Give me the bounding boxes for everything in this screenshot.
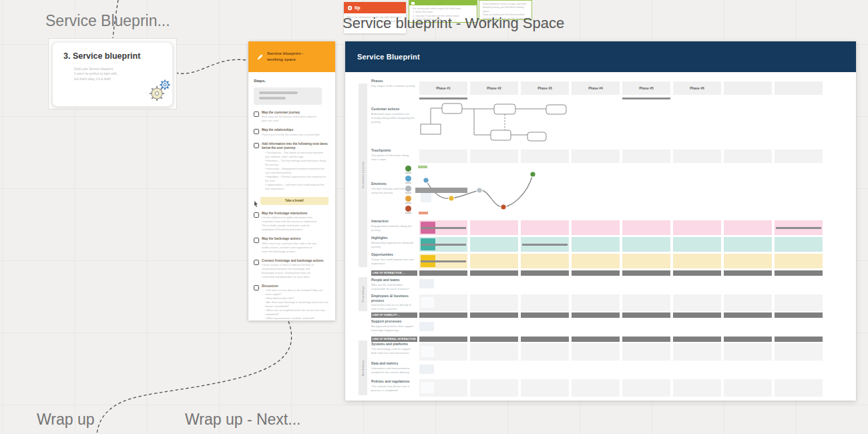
lane-cell[interactable]	[673, 379, 721, 397]
emotion-caption	[405, 192, 411, 194]
touchpoints-cell[interactable]	[521, 150, 569, 163]
row-label-desc: Who are the stakeholders responsible for…	[371, 283, 415, 291]
lane-cell[interactable]	[775, 379, 823, 397]
row-label-title: Systems and platforms	[371, 342, 415, 347]
touchpoints-cell[interactable]	[419, 150, 467, 163]
highlights-cell[interactable]	[572, 237, 620, 252]
touchpoints-cell[interactable]	[622, 150, 670, 163]
steps-card[interactable]: Service blueprint - working space Steps.…	[248, 41, 335, 320]
lane-cell[interactable]	[724, 379, 772, 397]
step-checkbox[interactable]	[254, 143, 259, 148]
row-label-title: Employees &/ business process	[371, 294, 415, 302]
lane-cell[interactable]	[521, 343, 569, 361]
phase-header-cell[interactable]: Phase #4	[572, 81, 620, 95]
interaction-cell[interactable]	[724, 220, 772, 235]
lane-cell[interactable]	[673, 294, 721, 311]
divider-bar-segment	[572, 337, 620, 342]
note-placeholder-sticky[interactable]	[419, 279, 434, 288]
steps-card-header: Service blueprint - working space	[248, 41, 335, 72]
interaction-cell[interactable]	[572, 220, 620, 235]
note-placeholder-sticky[interactable]	[419, 322, 434, 331]
divider-bar-segment	[775, 270, 823, 276]
phase-header-cell[interactable]: Phase #1	[419, 81, 467, 95]
phase-header-cell[interactable]: Phase #2	[470, 81, 518, 95]
lane-cell[interactable]	[572, 379, 620, 397]
row-label-desc: The points of interaction along user's s…	[371, 154, 415, 162]
interaction-cell[interactable]	[521, 220, 569, 235]
step-checkbox[interactable]	[254, 260, 259, 265]
interaction-cell[interactable]	[470, 220, 518, 235]
step-checkbox[interactable]	[254, 129, 259, 134]
lane-cell[interactable]	[622, 379, 670, 397]
divider-bar-segment	[419, 312, 467, 318]
row-label-title: People and teams	[371, 278, 415, 282]
divider-bar-segment	[572, 312, 620, 318]
highlights-cell[interactable]	[673, 237, 721, 252]
lane-cell[interactable]	[673, 343, 721, 361]
step-text: Map the relationshipsThen trace it to li…	[262, 128, 329, 136]
note-placeholder-sticky[interactable]	[419, 365, 434, 374]
opportunities-cell[interactable]	[673, 254, 721, 268]
phase-header-cell[interactable]	[775, 81, 823, 95]
interaction-cell[interactable]	[622, 220, 670, 235]
note-placeholder-sticky[interactable]	[421, 346, 434, 357]
touchpoints-cell[interactable]	[724, 150, 772, 163]
divider-bar-segment	[521, 337, 569, 342]
service-blueprint-board[interactable]: Service Blueprint Phase #1Phase #2Phase …	[345, 41, 856, 401]
lane-cell[interactable]	[470, 343, 518, 361]
lane-cell[interactable]	[775, 343, 823, 361]
highlights-cell[interactable]	[775, 237, 823, 252]
highlights-cell[interactable]	[622, 237, 670, 252]
whiteboard-canvas[interactable]: Service Blueprin... Service blueprint - …	[0, 0, 868, 434]
step-checkbox[interactable]	[254, 112, 259, 117]
lane-cell[interactable]	[622, 294, 670, 311]
step-title: Add information into the following note …	[262, 142, 329, 151]
highlights-cell[interactable]	[724, 237, 772, 252]
step-checkbox[interactable]	[254, 285, 259, 290]
step-text: Map the frontstage interactionsList the …	[262, 212, 329, 232]
lane-cell[interactable]	[724, 294, 772, 311]
frame-title-wrap-up[interactable]: Wrap up	[37, 411, 95, 429]
opportunities-cell[interactable]	[572, 254, 620, 268]
step-checkbox[interactable]	[254, 212, 259, 218]
phase-header-cell[interactable]	[724, 81, 772, 95]
lane-cell[interactable]	[470, 294, 518, 311]
take-a-break-bar[interactable]: Take a break!	[260, 197, 329, 205]
highlights-cell[interactable]	[470, 237, 518, 252]
touchpoints-cell[interactable]	[470, 150, 518, 163]
touchpoints-cell[interactable]	[572, 150, 620, 163]
opportunities-cell[interactable]	[521, 254, 569, 268]
note-placeholder-sticky[interactable]	[421, 382, 434, 393]
phase-progress-underline	[419, 97, 467, 99]
interaction-cell[interactable]	[673, 220, 721, 235]
phase-header-cell[interactable]: Phase #3	[521, 81, 569, 95]
opportunities-cell[interactable]	[775, 254, 823, 268]
step-body-line: cover the backstage actions.	[262, 250, 329, 254]
frame-title-working-space[interactable]: Service blueprint - Working Space	[343, 15, 564, 32]
opportunities-connector-line	[421, 260, 466, 262]
touchpoints-cell[interactable]	[775, 150, 823, 163]
opportunities-cell[interactable]	[622, 254, 670, 268]
frame-title-wrap-up-next[interactable]: Wrap up - Next...	[185, 411, 300, 429]
note-placeholder-sticky[interactable]	[421, 297, 434, 308]
step-checkbox[interactable]	[254, 238, 259, 243]
phase-header-cell[interactable]: Phase #5	[622, 81, 670, 95]
lane-cell[interactable]	[775, 294, 823, 311]
lane-cell[interactable]	[521, 294, 569, 311]
phase-header-cell[interactable]: Phase #6	[673, 81, 721, 95]
row-label-desc: Things that could improve the user exper…	[371, 258, 415, 266]
divider-bar-segment	[470, 270, 518, 276]
lane-cell[interactable]	[724, 343, 772, 361]
frame-title-service-blueprint[interactable]: Service Blueprin...	[45, 12, 170, 30]
touchpoints-cell[interactable]	[673, 150, 721, 163]
row-label-touchpoints: TouchpointsThe points of interaction alo…	[371, 148, 415, 162]
intro-card[interactable]: 3. Service blueprint Draft your Service …	[52, 42, 173, 107]
lane-cell[interactable]	[572, 343, 620, 361]
opportunities-cell[interactable]	[724, 254, 772, 268]
row-label-title: Opportunities	[371, 252, 415, 257]
lane-cell[interactable]	[521, 379, 569, 397]
opportunities-cell[interactable]	[470, 254, 518, 268]
lane-cell[interactable]	[470, 379, 518, 397]
lane-cell[interactable]	[622, 343, 670, 361]
lane-cell[interactable]	[572, 294, 620, 311]
